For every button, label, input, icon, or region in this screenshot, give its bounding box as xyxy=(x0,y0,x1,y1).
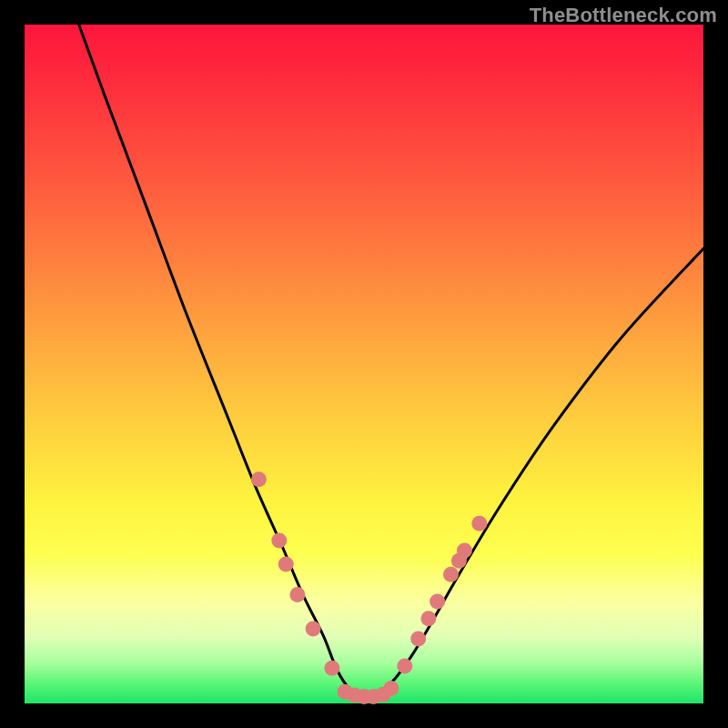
curve-marker xyxy=(410,632,426,647)
curve-marker xyxy=(289,587,305,602)
curve-marker xyxy=(324,661,339,676)
chart-svg xyxy=(25,25,703,703)
curve-marker xyxy=(251,471,267,487)
outer-frame: TheBottleneck.com xyxy=(0,0,728,728)
curve-marker xyxy=(278,557,294,572)
watermark-text: TheBottleneck.com xyxy=(530,4,717,27)
curve-marker xyxy=(471,516,487,531)
curve-marker xyxy=(457,543,472,559)
bottleneck-curve xyxy=(79,25,703,697)
curve-marker xyxy=(430,594,445,610)
curve-marker xyxy=(383,681,399,696)
curve-marker xyxy=(397,659,412,674)
plot-area xyxy=(25,25,703,703)
curve-marker xyxy=(271,533,287,549)
curve-marker xyxy=(306,621,321,636)
curve-marker xyxy=(443,567,459,582)
curve-marker xyxy=(420,611,436,626)
